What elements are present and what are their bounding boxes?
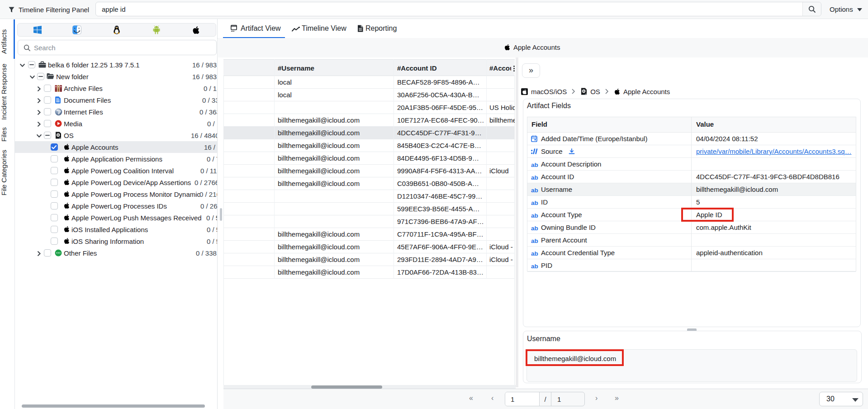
svg-text:sys: sys [59, 137, 62, 139]
svg-text:sys: sys [585, 93, 587, 95]
